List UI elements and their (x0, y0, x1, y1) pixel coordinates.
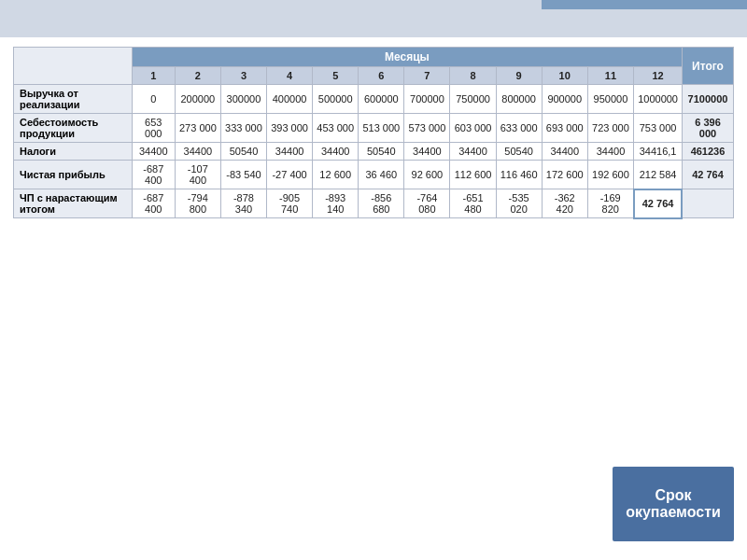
months-header: Месяцы (132, 48, 682, 67)
col-num-12: 12 (634, 67, 683, 85)
financial-table: Месяцы Итого 1 2 3 4 5 6 7 8 9 10 11 12 … (13, 47, 734, 219)
itogo-r0: 7100000 (682, 85, 733, 114)
cell-r2-c9: 34400 (542, 143, 587, 161)
cell-r1-c2: 333 000 (220, 114, 266, 143)
cell-r0-c11: 1000000 (634, 85, 683, 114)
cell-r4-c9: -362 420 (542, 189, 587, 218)
col-num-3: 3 (220, 67, 266, 85)
cell-r0-c0: 0 (132, 85, 175, 114)
cell-r3-c3: -27 400 (267, 161, 313, 189)
cell-r2-c4: 34400 (313, 143, 359, 161)
cell-r1-c5: 513 000 (359, 114, 404, 143)
cell-r1-c7: 603 000 (450, 114, 496, 143)
cell-r3-c7: 112 600 (450, 161, 496, 189)
cell-r2-c7: 34400 (450, 143, 496, 161)
cell-r4-c4: -893 140 (313, 189, 359, 218)
cell-r0-c7: 750000 (450, 85, 496, 114)
cell-r0-c10: 950000 (587, 85, 633, 114)
row-label-1: Себестоимость продукции (14, 114, 133, 143)
cell-r0-c2: 300000 (220, 85, 266, 114)
cell-r4-c7: -651 480 (450, 189, 496, 218)
col-num-9: 9 (496, 67, 542, 85)
cell-r2-c3: 34400 (267, 143, 313, 161)
col-num-2: 2 (175, 67, 220, 85)
itogo-header: Итого (682, 48, 733, 85)
itogo-r2: 461236 (682, 143, 733, 161)
cell-r1-c1: 273 000 (175, 114, 220, 143)
itogo-r1: 6 396 000 (682, 114, 733, 143)
col-num-10: 10 (542, 67, 587, 85)
cell-r2-c0: 34400 (132, 143, 175, 161)
row-label-2: Налоги (14, 143, 133, 161)
cell-r1-c9: 693 000 (542, 114, 587, 143)
cell-r1-c6: 573 000 (404, 114, 450, 143)
cell-r4-c10: -169 820 (587, 189, 633, 218)
srок-label: Срок окупаемости (613, 487, 734, 521)
cell-r1-c8: 633 000 (496, 114, 542, 143)
col-num-11: 11 (587, 67, 633, 85)
cell-r2-c10: 34400 (587, 143, 633, 161)
page-content: Месяцы Итого 1 2 3 4 5 6 7 8 9 10 11 12 … (0, 37, 747, 229)
top-accent (542, 0, 747, 9)
cell-r1-c10: 723 000 (587, 114, 633, 143)
row-label-4: ЧП с нарастающим итогом (14, 189, 133, 218)
cell-r1-c0: 653 000 (132, 114, 175, 143)
col-num-1: 1 (132, 67, 175, 85)
col-num-7: 7 (404, 67, 450, 85)
cell-r3-c6: 92 600 (404, 161, 450, 189)
cell-r4-c3: -905 740 (267, 189, 313, 218)
col-num-6: 6 (359, 67, 404, 85)
cell-r4-c5: -856 680 (359, 189, 404, 218)
cell-r3-c2: -83 540 (220, 161, 266, 189)
cell-r3-c8: 116 460 (496, 161, 542, 189)
cell-r4-c2: -878 340 (220, 189, 266, 218)
top-bar (0, 0, 747, 37)
col-num-4: 4 (267, 67, 313, 85)
cell-r4-c11: 42 764 (634, 189, 683, 218)
srок-окупаемости-box: Срок окупаемости (613, 467, 734, 541)
cell-r2-c6: 34400 (404, 143, 450, 161)
cell-r0-c8: 800000 (496, 85, 542, 114)
col-num-5: 5 (313, 67, 359, 85)
row-label-3: Чистая прибыль (14, 161, 133, 189)
cell-r2-c5: 50540 (359, 143, 404, 161)
cell-r0-c1: 200000 (175, 85, 220, 114)
cell-r3-c10: 192 600 (587, 161, 633, 189)
cell-r2-c1: 34400 (175, 143, 220, 161)
col-num-8: 8 (450, 67, 496, 85)
cell-r0-c6: 700000 (404, 85, 450, 114)
corner-cell (14, 48, 133, 85)
cell-r3-c5: 36 460 (359, 161, 404, 189)
cell-r4-c8: -535 020 (496, 189, 542, 218)
cell-r0-c3: 400000 (267, 85, 313, 114)
cell-r3-c1: -107 400 (175, 161, 220, 189)
cell-r2-c8: 50540 (496, 143, 542, 161)
cell-r3-c0: -687 400 (132, 161, 175, 189)
cell-r4-c1: -794 800 (175, 189, 220, 218)
row-label-0: Выручка от реализации (14, 85, 133, 114)
cell-r2-c11: 34416,1 (634, 143, 683, 161)
cell-r0-c9: 900000 (542, 85, 587, 114)
itogo-r3: 42 764 (682, 161, 733, 189)
cell-r3-c11: 212 584 (634, 161, 683, 189)
cell-r2-c2: 50540 (220, 143, 266, 161)
cell-r1-c3: 393 000 (267, 114, 313, 143)
cell-r0-c5: 600000 (359, 85, 404, 114)
cell-r1-c11: 753 000 (634, 114, 683, 143)
cell-r4-c0: -687 400 (132, 189, 175, 218)
cell-r3-c9: 172 600 (542, 161, 587, 189)
cell-r3-c4: 12 600 (313, 161, 359, 189)
itogo-r4 (682, 189, 733, 218)
cell-r4-c6: -764 080 (404, 189, 450, 218)
cell-r1-c4: 453 000 (313, 114, 359, 143)
cell-r0-c4: 500000 (313, 85, 359, 114)
